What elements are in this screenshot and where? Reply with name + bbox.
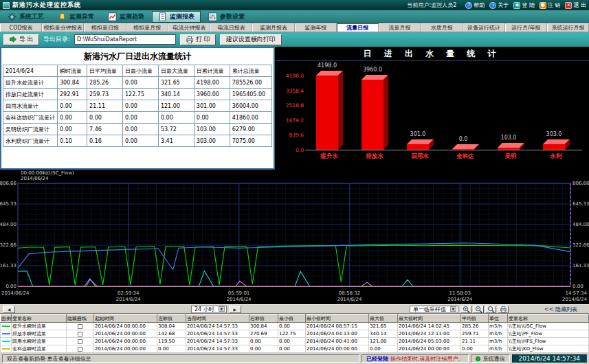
- time-range-select[interactable]: 24 小时 ▼: [191, 306, 227, 313]
- scroll-right-button[interactable]: ▶: [229, 306, 241, 313]
- bar-value-0: 4198.0: [305, 62, 349, 69]
- hide-curve-checkbox-2[interactable]: [78, 339, 82, 344]
- trend-cursor-line1: 00:00:00到(USC_Flow): [21, 170, 74, 176]
- bar-1: [362, 80, 384, 150]
- help-button[interactable]: ?帮助: [465, 1, 485, 9]
- svg-text:2014/6/24: 2014/6/24: [562, 297, 587, 302]
- bar-category-3: 金科达: [443, 152, 488, 161]
- report-tab-9[interactable]: 流量月报: [379, 23, 421, 32]
- flow-row-header: 吴明纺织厂流量计: [3, 124, 58, 135]
- flow-column-header: 累计总流量: [230, 65, 271, 77]
- bar-value-3: 0.0: [441, 136, 485, 142]
- login-button[interactable]: ◆登 陆: [513, 1, 535, 9]
- var-cell: 285.26: [461, 323, 489, 330]
- svg-text:2014/6/24: 2014/6/24: [116, 297, 141, 302]
- app-window: 新港污水处理监控系统 当前用户:监控人员2 ?帮助i关于◆登 陆●注 销×退 出…: [0, 0, 589, 364]
- flow-cell: 0.00: [123, 100, 159, 112]
- svg-text:2014/06/24: 2014/06/24: [1, 291, 30, 296]
- bar-value-4: 103.0: [487, 135, 531, 141]
- var-cell: 2014/06/24 08:57:15: [306, 323, 369, 330]
- svg-text:2014/6/24: 2014/6/24: [227, 297, 252, 302]
- alarm-bell-icon: [58, 12, 67, 21]
- report-tab-2[interactable]: 模拟量日报: [84, 23, 126, 32]
- report-tab-13[interactable]: 系统运行月报: [547, 23, 589, 32]
- scroll-left-button[interactable]: ◀: [3, 306, 15, 313]
- time-range-value: 24 小时: [195, 306, 214, 313]
- report-tab-1[interactable]: 模拟量分钟报表: [42, 23, 84, 32]
- flow-cell: 6279.00: [230, 124, 271, 135]
- menu-item-4[interactable]: 参数设置: [202, 11, 251, 23]
- bar-side-1: [384, 75, 388, 150]
- zoom-out-button[interactable]: [473, 306, 484, 313]
- bar-ytick-5: 4198.0: [275, 73, 304, 79]
- sample-mode-select[interactable]: 单一临采样值 ▼: [410, 306, 458, 313]
- zoom-reset-button[interactable]: [485, 306, 496, 313]
- menu-item-2[interactable]: 监测趋势: [102, 11, 151, 23]
- hide-curve-checkbox-0[interactable]: [78, 324, 82, 329]
- report-tab-3[interactable]: 模拟量月报: [126, 23, 168, 32]
- print-button[interactable]: 打 印: [180, 34, 216, 45]
- flow-cell: 41860.00: [230, 112, 271, 124]
- export-button[interactable]: 导 出: [3, 34, 39, 45]
- bar-2: [407, 144, 429, 150]
- bar-ytick-3: 2518.8: [275, 102, 304, 109]
- var-column-header: 隐藏曲线: [67, 315, 94, 323]
- var-cell: \\主站\USC_Flow: [508, 323, 589, 330]
- report-tab-10[interactable]: 水质月报: [421, 23, 463, 32]
- var-cell: 122.75: [278, 330, 306, 338]
- report-tab-7[interactable]: 监测年报: [295, 23, 337, 32]
- report-tab-6[interactable]: 监测月报表: [252, 23, 294, 32]
- hide-curve-checkbox-3[interactable]: [78, 347, 82, 352]
- svg-text:645.33: 645.33: [0, 201, 16, 207]
- sample-mode-value: 单一临采样值: [413, 306, 446, 313]
- var-cell: 2014/06/24 00:00:00: [398, 345, 461, 353]
- var-name-cell: 提升水瞬时流量: [12, 323, 67, 330]
- status-bar: 双击查看新趋势 单击查看详细信息 已经登陆 操作结束时,请及时注销用户。 系统通…: [0, 353, 589, 364]
- var-cell: \\主站\KD_Flow: [508, 345, 589, 353]
- hide-list-button[interactable]: << 隐藏列表: [544, 306, 577, 313]
- report-tab-11[interactable]: 设备运行统计: [463, 23, 504, 32]
- flow-table-date: 2014/6/24: [3, 65, 58, 77]
- var-cell: 2014/06/24 14:57:33: [186, 323, 249, 330]
- export-dir-input[interactable]: [74, 34, 176, 45]
- bar-chart-plot: 0.0839.61679.22518.83358.44198.04198.0提升…: [275, 59, 589, 170]
- var-row-3: 金科达瞬时流量2014/06/24 00:00:000.002014/06/24…: [1, 345, 589, 353]
- var-cell: 2014/06/24 04:13:00: [306, 330, 369, 338]
- report-tab-4[interactable]: 电流分钟报表: [168, 23, 210, 32]
- chevron-down-icon: ▼: [450, 306, 456, 312]
- var-column-header: 单位: [489, 315, 508, 323]
- menu-item-1[interactable]: 监测异常: [52, 11, 100, 23]
- app-logo-icon: [3, 2, 10, 9]
- exit-button[interactable]: ×退 出: [565, 1, 586, 9]
- report-tab-5[interactable]: 电流日报表: [210, 23, 252, 32]
- about-button[interactable]: i关于: [489, 1, 509, 9]
- bar-side-0: [338, 71, 343, 150]
- toolbar: 导 出 导出目录: 打 印 建议设置横向打印: [0, 32, 589, 47]
- report-tab-0[interactable]: COD报表: [0, 23, 42, 32]
- var-column-header: 变量名称: [508, 315, 589, 323]
- flow-cell: 0.00: [158, 112, 194, 124]
- trend-plot[interactable]: 806.66806.66645.33645.33484.00484.00322.…: [0, 170, 589, 304]
- var-name-cell: 回用水瞬时流量: [12, 338, 67, 345]
- var-cell: 2014/06/24 00:00:00: [94, 323, 157, 330]
- menu-item-3[interactable]: 监测报表: [152, 11, 201, 23]
- bar-ytick-1: 839.6: [275, 132, 304, 138]
- report-tab-8[interactable]: 流量日报: [337, 23, 379, 32]
- flow-cell: 7.46: [87, 124, 123, 135]
- menu-item-0[interactable]: 系统工艺: [1, 11, 50, 23]
- var-cell: 0.00: [278, 323, 306, 330]
- print-trend-button[interactable]: [498, 306, 509, 313]
- var-cell: 0.00: [278, 345, 306, 353]
- var-cell: 2014/06/24 14:02:45: [398, 323, 461, 330]
- report-tab-12[interactable]: 运行月/年报: [505, 23, 547, 32]
- zoom-in-button[interactable]: [460, 306, 471, 313]
- titlebar-buttons: 当前用户:监控人员2 ?帮助i关于◆登 陆●注 销×退 出: [408, 1, 586, 9]
- var-column-header: 最小值: [278, 315, 306, 323]
- flow-row-header: 永利纺织厂流量计: [3, 135, 58, 147]
- hide-curve-checkbox-1[interactable]: [78, 332, 82, 337]
- logoff-button[interactable]: ●注 销: [540, 1, 561, 9]
- main-area: 新港污水厂日进出水流量统计 2014/6/24瞬时流量日平均流量日最小流量日最大…: [0, 47, 589, 170]
- var-cell: 0.00: [157, 345, 186, 353]
- flow-cell: 340.14: [158, 89, 194, 100]
- help-label: 帮助: [474, 1, 485, 9]
